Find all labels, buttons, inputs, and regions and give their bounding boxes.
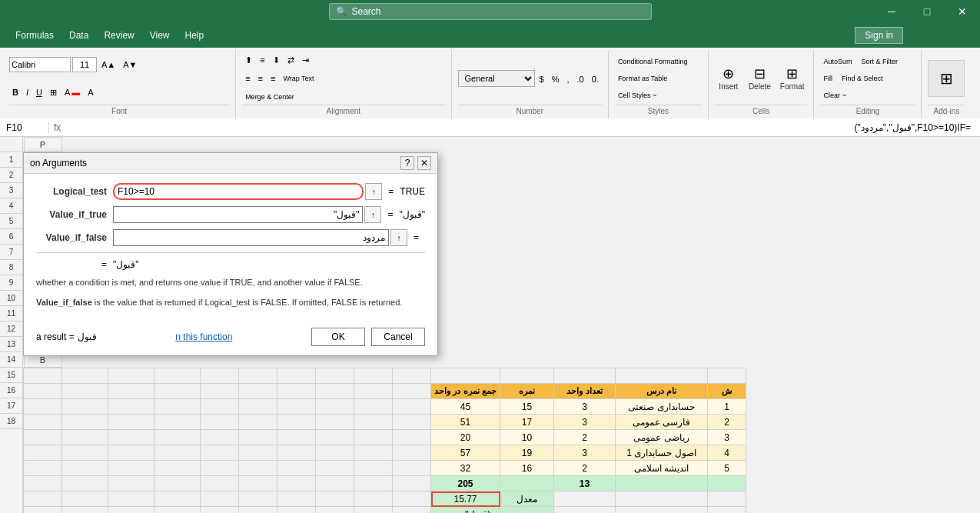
underline-button[interactable]: U [33,85,45,100]
avg-f[interactable]: 15.77 [431,491,500,507]
indent-button[interactable]: ⇥ [299,52,312,68]
status-row: (قبول"مردود, وضعیت [24,507,746,514]
dialog-description1: whether a condition is met, and returns … [36,276,425,290]
align-right-button[interactable]: ≡ [267,71,278,86]
tab-data[interactable]: Data [61,23,96,48]
close-button[interactable]: ✕ [945,0,980,23]
header-c[interactable]: نام درس [616,384,708,399]
tab-review[interactable]: Review [96,23,141,48]
currency-button[interactable]: $ [537,72,547,87]
increase-decimal-button[interactable]: .0 [574,72,587,87]
header-b[interactable]: ش [708,384,746,399]
cell-reference-input[interactable] [3,122,49,133]
alignment-controls: ⬆ ≡ ⬇ ⇄ ⇥ ≡ ≡ ≡ Wrap Text Merge & Center [242,52,444,105]
header-e[interactable]: نمره [500,384,554,399]
value-if-true-ref-button[interactable]: ↑ [364,206,381,223]
row-header-5: 5 [0,214,22,229]
tab-formulas[interactable]: Formulas [8,23,61,48]
maximize-button[interactable]: □ [909,0,945,23]
align-left-button[interactable]: ≡ [242,71,253,86]
main-area: 1 2 3 4 5 6 7 8 9 10 11 12 13 14 15 16 1… [0,137,980,513]
dialog-ok-button[interactable]: OK [311,328,365,346]
dialog-close-button[interactable]: ✕ [417,156,431,170]
comma-button[interactable]: , [563,72,572,87]
help-link[interactable]: n this function [175,331,232,342]
value-if-false-input[interactable] [113,229,389,246]
row-header-6: 6 [0,229,22,245]
fill-button[interactable]: Fill [820,71,835,86]
format-as-table-button[interactable]: Format as Table [615,71,691,86]
row-headers: 1 2 3 4 5 6 7 8 9 10 11 12 13 14 15 16 1… [0,137,23,513]
sum-d[interactable]: 13 [554,476,616,491]
col-header-p[interactable]: P [24,137,62,152]
font-controls: A▲ A▼ B I U ⊞ A▬ A [9,52,229,105]
font-size-decrease-button[interactable]: A▼ [120,57,140,72]
ribbon-content: A▲ A▼ B I U ⊞ A▬ A Font ⬆ ≡ ⬇ ⇄ ⇥ [0,48,980,118]
align-bottom-button[interactable]: ⬇ [270,52,283,68]
header-d[interactable]: تعداد واحد [554,384,616,399]
dialog-title-buttons: ? ✕ [400,156,431,170]
ribbon-group-styles: Conditional Formatting Format as Table C… [609,51,709,118]
dialog-help-button[interactable]: ? [400,156,414,170]
row-header-15: 15 [0,368,22,383]
dialog-cancel-button[interactable]: Cancel [371,328,425,346]
fill-color-button[interactable]: A▬ [61,85,83,100]
value-if-true-result: "قبول" [399,209,425,220]
logical-test-row: Logical_test ↑ = TRUE [36,183,425,200]
cell-styles-button[interactable]: Cell Styles ~ [615,88,691,103]
table-row: 45 15 3 حسابداری صنعتی 1 [24,399,746,415]
delete-button[interactable]: ⊟ Delete [746,65,774,92]
decrease-decimal-button[interactable]: 0. [589,72,602,87]
search-placeholder: Search [352,6,381,17]
italic-button[interactable]: I [23,85,32,100]
status-label[interactable]: وضعیت [500,507,554,514]
format-button[interactable]: ⊞ Format [777,65,808,92]
search-icon: 🔍 [336,6,347,17]
avg-label[interactable]: معدل [500,491,554,507]
header-f[interactable]: جمع نمره در واحد [431,384,500,399]
logical-test-ref-button[interactable]: ↑ [365,183,382,200]
ribbon-group-font: A▲ A▼ B I U ⊞ A▬ A Font [3,51,236,118]
window-controls: ─ □ ✕ [874,0,980,23]
align-top-button[interactable]: ⬆ [242,52,255,68]
table-row: 51 17 3 فارسی عمومی 2 [24,415,746,430]
border-button[interactable]: ⊞ [47,85,60,100]
number-format-select[interactable]: General [458,70,535,87]
percent-button[interactable]: % [549,72,563,87]
dialog-title: on Arguments [30,158,87,168]
minimize-button[interactable]: ─ [874,0,909,23]
tab-view[interactable]: View [142,23,178,48]
align-middle-button[interactable]: ≡ [257,52,267,68]
conditional-formatting-button[interactable]: Conditional Formatting [615,54,691,69]
value-if-false-ref-button[interactable]: ↑ [390,229,407,246]
sort-filter-button[interactable]: Sort & Filter [858,54,901,69]
merge-center-button[interactable]: Merge & Center [242,89,297,105]
sign-in-button[interactable]: Sign in [855,27,903,44]
clear-button[interactable]: Clear ~ [820,88,901,103]
tab-help[interactable]: Help [178,23,212,48]
align-center-button[interactable]: ≡ [255,71,266,86]
wrap-text-button[interactable]: Wrap Text [280,71,317,86]
formula-text: =IF(F10>=10,"قبول","مردود") [65,122,977,133]
font-size-increase-button[interactable]: A▲ [98,57,118,72]
value-if-true-input[interactable] [113,206,363,223]
table-header-row: جمع نمره در واحد نمره تعداد واحد نام درس… [24,384,746,399]
logical-test-input[interactable] [113,183,364,200]
row-header-2: 2 [0,168,22,183]
status-f[interactable]: (قبول"مردود, [431,507,500,514]
sum-f[interactable]: 205 [431,476,500,491]
formula-prefix: fx [49,122,65,133]
font-color-button[interactable]: A [85,85,96,100]
dialog-formula-result: = "قبول" [36,259,425,270]
cells-controls: ⊕ Insert ⊟ Delete ⊞ Format [715,52,808,105]
insert-button[interactable]: ⊕ Insert [715,65,742,92]
text-direction-button[interactable]: ⇄ [284,52,297,68]
insert-icon: ⊕ [723,67,734,81]
font-name-input[interactable] [9,57,71,72]
font-size-input[interactable] [72,57,97,72]
value-if-false-label: Value_if_false [36,232,113,243]
bold-button[interactable]: B [9,85,22,100]
autosum-button[interactable]: AutoSum [820,54,855,69]
find-select-button[interactable]: Find & Select [839,71,886,86]
search-box[interactable]: 🔍 Search [329,3,652,20]
